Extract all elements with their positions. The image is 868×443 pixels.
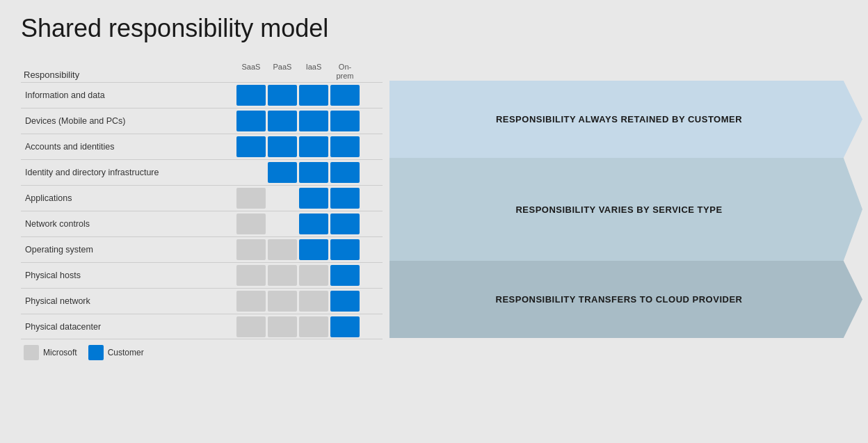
cell (299, 188, 328, 209)
row-cells (236, 162, 360, 183)
cell (330, 188, 360, 209)
cell (330, 291, 360, 312)
cell (268, 162, 297, 183)
row-cells (236, 136, 360, 157)
table-row: Physical network (21, 288, 383, 314)
column-headers: SaaS PaaS IaaS On-prem (236, 63, 360, 81)
cell (299, 214, 328, 234)
cell (236, 291, 266, 312)
arrow-block: RESPONSIBILITY VARIES BY SERVICE TYPE (389, 158, 862, 261)
arrow-block: RESPONSIBILITY TRANSFERS TO CLOUD PROVID… (389, 261, 862, 338)
row-cells (236, 316, 360, 337)
row-cells (236, 214, 360, 234)
row-label: Identity and directory infrastructure (21, 168, 236, 177)
row-label: Operating system (21, 245, 236, 255)
cell (330, 239, 360, 260)
cell (268, 111, 297, 131)
row-cells (236, 111, 360, 131)
row-label: Network controls (21, 219, 236, 229)
col-onprem: On-prem (330, 63, 360, 81)
cell (330, 162, 360, 183)
arrow-shape: RESPONSIBILITY VARIES BY SERVICE TYPE (389, 158, 862, 261)
arrow-shape: RESPONSIBILITY TRANSFERS TO CLOUD PROVID… (389, 261, 862, 338)
cell (268, 316, 297, 337)
legend-microsoft-label: Microsoft (43, 348, 77, 357)
cell (268, 188, 297, 209)
table-rows: Information and dataDevices (Mobile and … (21, 82, 383, 339)
row-cells (236, 265, 360, 286)
cell (330, 136, 360, 157)
cell (330, 214, 360, 234)
row-label: Physical network (21, 296, 236, 306)
page-title: Shared responsibility model (21, 14, 847, 43)
col-saas: SaaS (236, 63, 266, 81)
row-label: Physical hosts (21, 271, 236, 280)
cell (236, 85, 266, 106)
cell (236, 188, 266, 209)
legend: Microsoft Customer (21, 345, 383, 360)
row-label: Information and data (21, 90, 236, 100)
legend-customer-label: Customer (108, 348, 144, 357)
cell (330, 265, 360, 286)
row-cells (236, 188, 360, 209)
legend-customer: Customer (88, 345, 144, 360)
cell (299, 316, 328, 337)
arrow-block: RESPONSIBILITY ALWAYS RETAINED BY CUSTOM… (389, 81, 862, 158)
table-area: Responsibility SaaS PaaS IaaS On-prem In… (21, 56, 383, 360)
table-row: Information and data (21, 82, 383, 108)
row-label: Physical datacenter (21, 322, 236, 332)
cell (299, 265, 328, 286)
table-row: Physical datacenter (21, 314, 383, 339)
responsibility-header: Responsibility (21, 70, 79, 80)
cell (299, 136, 328, 157)
cell (299, 291, 328, 312)
legend-microsoft: Microsoft (24, 345, 77, 360)
cell (236, 214, 266, 234)
cell (268, 239, 297, 260)
table-row: Devices (Mobile and PCs) (21, 108, 383, 134)
row-cells (236, 85, 360, 106)
cell (330, 316, 360, 337)
cell (268, 136, 297, 157)
row-cells (236, 239, 360, 260)
cell (236, 265, 266, 286)
cell (299, 85, 328, 106)
table-row: Operating system (21, 236, 383, 262)
main-container: Shared responsibility model Responsibili… (0, 0, 868, 443)
cell (236, 316, 266, 337)
content-area: Responsibility SaaS PaaS IaaS On-prem In… (21, 56, 847, 360)
table-row: Network controls (21, 211, 383, 236)
col-paas: PaaS (268, 63, 297, 81)
cell (299, 239, 328, 260)
col-iaas: IaaS (299, 63, 328, 81)
cell (330, 85, 360, 106)
table-row: Applications (21, 185, 383, 211)
cell (236, 239, 266, 260)
row-label: Accounts and identities (21, 142, 236, 152)
cell (330, 111, 360, 131)
row-label: Applications (21, 193, 236, 203)
cell (268, 85, 297, 106)
cell (268, 291, 297, 312)
legend-customer-box (88, 345, 104, 360)
table-row: Identity and directory infrastructure (21, 159, 383, 185)
arrows-area: RESPONSIBILITY ALWAYS RETAINED BY CUSTOM… (383, 81, 862, 360)
row-header-col: Responsibility (21, 68, 236, 81)
cell (299, 162, 328, 183)
cell (299, 111, 328, 131)
table-header: Responsibility SaaS PaaS IaaS On-prem (21, 56, 383, 81)
table-row: Accounts and identities (21, 134, 383, 159)
cell (268, 265, 297, 286)
row-label: Devices (Mobile and PCs) (21, 116, 236, 126)
cell (236, 162, 266, 183)
row-cells (236, 291, 360, 312)
cell (268, 214, 297, 234)
legend-microsoft-box (24, 345, 39, 360)
arrow-shape: RESPONSIBILITY ALWAYS RETAINED BY CUSTOM… (389, 81, 862, 158)
cell (236, 111, 266, 131)
table-row: Physical hosts (21, 262, 383, 288)
cell (236, 136, 266, 157)
